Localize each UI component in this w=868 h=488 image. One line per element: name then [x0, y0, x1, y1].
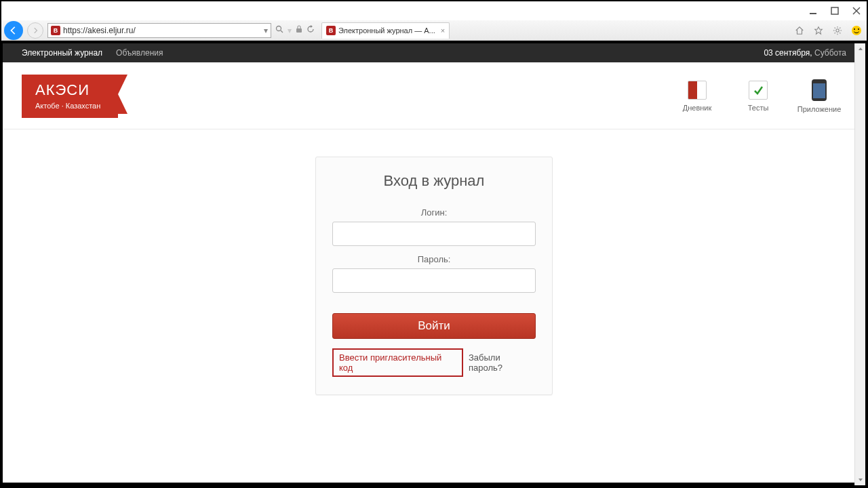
svg-rect-6: [296, 28, 302, 33]
school-ribbon: АКЭСИ Актобе · Казахстан: [22, 75, 118, 118]
diary-icon: [688, 81, 707, 100]
refresh-icon[interactable]: [307, 25, 315, 35]
window-frame: B https://akesi.eljur.ru/ ▾ ▾ B Электрон…: [0, 0, 868, 488]
school-subtitle: Актобе · Казахстан: [35, 102, 100, 110]
favorites-icon[interactable]: [813, 25, 824, 36]
smile-icon[interactable]: [851, 25, 862, 36]
nav-back-button[interactable]: [4, 21, 23, 40]
svg-line-12: [835, 27, 835, 28]
login-links: Ввести пригласительный код Забыли пароль…: [332, 348, 536, 377]
nav-announcements[interactable]: Объявления: [116, 48, 163, 58]
svg-line-13: [840, 33, 840, 33]
address-controls: ▾: [275, 25, 315, 35]
scroll-up-button[interactable]: [855, 43, 865, 54]
password-label: Пароль:: [332, 254, 536, 264]
nav-forward-button[interactable]: [27, 22, 43, 39]
titlebar: [1, 1, 867, 20]
login-section: Вход в журнал Логин: Пароль: Войти Ввест…: [3, 129, 865, 422]
page-header: АКЭСИ Актобе · Казахстан Дневник Тесты П…: [3, 62, 865, 129]
svg-rect-0: [810, 13, 816, 14]
login-card: Вход в журнал Логин: Пароль: Войти Ввест…: [315, 157, 553, 395]
svg-point-7: [836, 28, 839, 31]
dropdown-icon[interactable]: ▾: [264, 26, 268, 35]
tab-title: Электронный журнал — А...: [338, 26, 435, 35]
browser-toolbar: B https://akesi.eljur.ru/ ▾ ▾ B Электрон…: [1, 20, 867, 41]
site-navbar: Электронный журнал Объявления 03 сентябр…: [3, 43, 865, 62]
nav-journal[interactable]: Электронный журнал: [22, 48, 102, 58]
forgot-password-link[interactable]: Забыли пароль?: [469, 352, 536, 373]
school-title: АКЭСИ: [35, 81, 100, 99]
tests-icon: [749, 81, 768, 100]
invite-code-link[interactable]: Ввести пригласительный код: [332, 348, 463, 377]
app-mobile[interactable]: Приложение: [792, 79, 846, 113]
search-icon[interactable]: [275, 25, 283, 35]
maximize-button[interactable]: [830, 6, 840, 16]
home-icon[interactable]: [794, 25, 805, 36]
svg-line-14: [835, 33, 835, 33]
app-diary[interactable]: Дневник: [670, 81, 724, 112]
site-icon: B: [51, 26, 60, 35]
browser-tab[interactable]: B Электронный журнал — А... ×: [321, 22, 450, 39]
scroll-down-button[interactable]: [855, 474, 865, 485]
svg-line-5: [281, 30, 283, 33]
address-bar[interactable]: B https://akesi.eljur.ru/ ▾: [47, 23, 271, 38]
svg-point-4: [277, 26, 281, 31]
login-input[interactable]: [332, 222, 536, 246]
app-tests-label: Тесты: [731, 104, 785, 112]
page-content: Электронный журнал Объявления 03 сентябр…: [3, 43, 865, 485]
login-heading: Вход в журнал: [332, 172, 536, 190]
login-button[interactable]: Войти: [332, 313, 536, 339]
scrollbar[interactable]: [854, 43, 865, 485]
bottom-bar: [3, 483, 854, 485]
settings-icon[interactable]: [832, 25, 843, 36]
app-tests[interactable]: Тесты: [731, 81, 785, 112]
lock-icon[interactable]: [296, 25, 302, 35]
login-label: Логин:: [332, 207, 536, 218]
tab-close-icon[interactable]: ×: [441, 26, 445, 35]
svg-rect-1: [831, 7, 838, 14]
svg-line-15: [840, 27, 840, 28]
close-button[interactable]: [852, 6, 861, 16]
minimize-button[interactable]: [808, 6, 818, 16]
tab-site-icon: B: [326, 26, 336, 35]
mobile-icon: [812, 79, 827, 101]
current-date: 03 сентября, Суббота: [764, 48, 846, 58]
url-text: https://akesi.eljur.ru/: [63, 26, 261, 35]
app-diary-label: Дневник: [670, 104, 724, 112]
app-mobile-label: Приложение: [792, 105, 846, 113]
password-input[interactable]: [332, 268, 536, 293]
